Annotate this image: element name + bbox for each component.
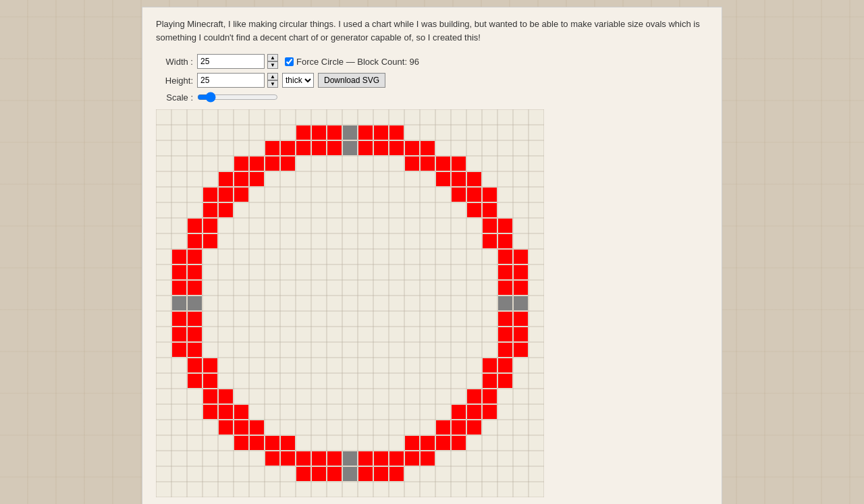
height-row: Height: ▲ ▼ thick thin Download SVG xyxy=(156,73,708,88)
width-row: Width : ▲ ▼ Force Circle — Block Count: … xyxy=(156,54,708,69)
circle-canvas xyxy=(156,109,544,497)
scale-label: Scale : xyxy=(156,92,193,103)
height-spinner: ▲ ▼ xyxy=(267,73,278,88)
force-circle-checkbox[interactable] xyxy=(285,57,294,66)
content-area: Playing Minecraft, I like making circula… xyxy=(142,7,722,504)
width-spinner: ▲ ▼ xyxy=(267,54,278,69)
width-down-btn[interactable]: ▼ xyxy=(267,61,278,69)
height-down-btn[interactable]: ▼ xyxy=(267,80,278,88)
force-circle-row: Force Circle — Block Count: 96 xyxy=(285,57,419,67)
height-up-btn[interactable]: ▲ xyxy=(267,73,278,80)
width-label: Width : xyxy=(156,57,193,67)
height-label: Height: xyxy=(156,76,193,86)
download-svg-button[interactable]: Download SVG xyxy=(318,73,385,88)
scale-slider[interactable] xyxy=(197,92,278,103)
page-wrapper: Playing Minecraft, I like making circula… xyxy=(0,0,864,504)
width-up-btn[interactable]: ▲ xyxy=(267,54,278,61)
thickness-select[interactable]: thick thin xyxy=(282,73,314,88)
intro-text: Playing Minecraft, I like making circula… xyxy=(156,18,708,44)
canvas-area xyxy=(156,109,708,497)
force-circle-label: Force Circle — Block Count: 96 xyxy=(296,57,419,67)
controls-panel: Width : ▲ ▼ Force Circle — Block Count: … xyxy=(156,54,708,103)
scale-row: Scale : xyxy=(156,92,708,103)
width-input[interactable] xyxy=(197,54,265,69)
height-input[interactable] xyxy=(197,73,265,88)
